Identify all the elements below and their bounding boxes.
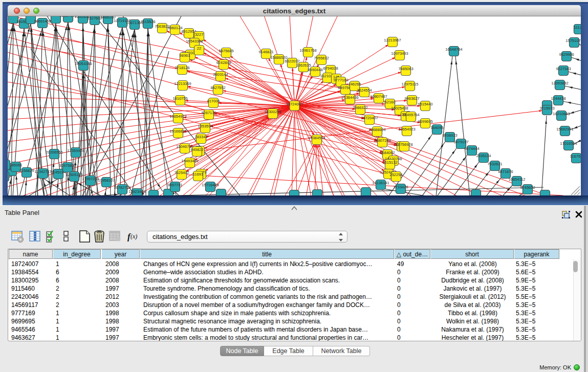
svg-text:9960124: 9960124: [167, 26, 182, 30]
svg-text:1362615: 1362615: [296, 63, 311, 68]
svg-text:2935114: 2935114: [476, 154, 491, 158]
svg-text:2718126: 2718126: [175, 65, 189, 70]
svg-text:10973493: 10973493: [391, 51, 408, 56]
svg-text:12505135: 12505135: [66, 172, 82, 177]
svg-text:10807487: 10807487: [370, 94, 387, 99]
svg-text:3227: 3227: [195, 32, 204, 37]
svg-text:20206556: 20206556: [46, 150, 62, 155]
svg-text:17359924: 17359924: [67, 148, 84, 153]
svg-text:12975115: 12975115: [402, 82, 419, 86]
svg-text:16648784: 16648784: [445, 47, 462, 52]
svg-text:8471676: 8471676: [498, 169, 513, 174]
svg-text:18495764: 18495764: [402, 113, 419, 117]
svg-text:9457791: 9457791: [167, 183, 182, 187]
svg-text:8427552: 8427552: [210, 85, 225, 90]
svg-text:11123: 11123: [574, 25, 581, 30]
svg-text:252254: 252254: [389, 172, 402, 177]
svg-text:98961: 98961: [180, 53, 190, 58]
svg-text:7625402: 7625402: [174, 170, 189, 175]
svg-text:(x): (x): [130, 233, 137, 240]
svg-text:12213369: 12213369: [174, 81, 191, 86]
svg-text:18807249: 18807249: [374, 138, 390, 143]
svg-text:12093832: 12093832: [551, 81, 568, 85]
svg-text:1527602: 1527602: [87, 16, 102, 20]
svg-text:21364436: 21364436: [341, 95, 358, 100]
svg-text:917006: 917006: [207, 99, 220, 103]
svg-text:5875685: 5875685: [219, 49, 233, 53]
svg-text:6794028: 6794028: [323, 66, 338, 71]
svg-text:949822: 949822: [190, 147, 203, 152]
svg-text:1615132: 1615132: [382, 160, 397, 165]
svg-text:164095: 164095: [430, 125, 443, 130]
svg-text:62160: 62160: [385, 100, 396, 104]
svg-text:11691: 11691: [193, 172, 203, 177]
svg-text:1353594: 1353594: [198, 124, 212, 128]
svg-text:28053346: 28053346: [75, 61, 92, 66]
svg-text:10025438: 10025438: [391, 106, 408, 111]
svg-text:9242848: 9242848: [216, 60, 231, 65]
svg-text:9146821: 9146821: [258, 50, 273, 54]
svg-text:7955812: 7955812: [314, 56, 329, 60]
svg-text:6466160: 6466160: [100, 16, 115, 19]
svg-text:9474444: 9474444: [464, 146, 479, 151]
svg-text:10961768: 10961768: [299, 48, 316, 53]
svg-text:9463627: 9463627: [404, 96, 419, 101]
svg-text:8938923: 8938923: [442, 133, 457, 138]
svg-text:14136141: 14136141: [372, 181, 389, 185]
svg-text:3215933: 3215933: [539, 106, 554, 111]
svg-text:485061: 485061: [9, 163, 22, 167]
svg-text:19493489: 19493489: [181, 159, 198, 163]
svg-text:15716485: 15716485: [202, 183, 219, 187]
svg-text:3624554: 3624554: [357, 88, 372, 93]
svg-text:15720407: 15720407: [361, 116, 378, 120]
svg-text:7485063: 7485063: [398, 67, 413, 71]
svg-text:9684067: 9684067: [380, 150, 395, 155]
svg-text:10688609: 10688609: [368, 127, 385, 132]
svg-text:11923448: 11923448: [129, 189, 146, 194]
svg-text:16543382: 16543382: [186, 39, 203, 43]
svg-text:1810755: 1810755: [172, 96, 187, 101]
svg-text:15692971: 15692971: [556, 127, 573, 132]
svg-text:19654923: 19654923: [169, 114, 186, 119]
svg-text:9329966: 9329966: [559, 52, 574, 57]
svg-text:746266: 746266: [348, 82, 361, 86]
svg-text:1244418: 1244418: [551, 96, 565, 101]
svg-text:22: 22: [197, 46, 201, 51]
svg-text:17016504: 17016504: [560, 141, 577, 146]
svg-text:10958107: 10958107: [98, 178, 115, 183]
svg-text:18724007: 18724007: [286, 102, 303, 106]
svg-text:6479197: 6479197: [453, 140, 468, 144]
svg-text:1733426: 1733426: [393, 185, 408, 189]
svg-text:15751074: 15751074: [565, 38, 581, 43]
svg-text:17957253: 17957253: [82, 177, 99, 181]
svg-text:19654923: 19654923: [398, 127, 415, 132]
svg-text:2803144: 2803144: [213, 72, 228, 77]
svg-text:30975857: 30975857: [59, 163, 76, 168]
svg-text:16210643: 16210643: [553, 112, 570, 116]
svg-text:7986322: 7986322: [353, 105, 367, 110]
svg-text:12342737: 12342737: [34, 169, 51, 174]
svg-text:9227343: 9227343: [556, 67, 571, 71]
svg-text:9699695: 9699695: [418, 119, 432, 124]
svg-text:12213967: 12213967: [384, 38, 401, 42]
svg-text:9515440: 9515440: [418, 102, 432, 106]
svg-text:7632621: 7632621: [487, 162, 502, 166]
svg-text:783342: 783342: [194, 135, 207, 139]
svg-text:10654112: 10654112: [509, 177, 526, 182]
svg-text:1156829: 1156829: [19, 168, 34, 173]
svg-text:116753: 116753: [570, 154, 581, 159]
svg-text:18300295: 18300295: [264, 110, 281, 114]
svg-text:19384554: 19384554: [308, 136, 325, 140]
svg-text:10756928: 10756928: [396, 142, 412, 147]
svg-text:9777169: 9777169: [333, 78, 348, 82]
svg-text:8267130: 8267130: [201, 111, 216, 115]
svg-text:7515526: 7515526: [140, 19, 155, 24]
svg-text:19166825: 19166825: [169, 129, 186, 134]
svg-text:9245652: 9245652: [520, 185, 535, 190]
svg-text:8990448: 8990448: [308, 68, 322, 72]
svg-text:20691406: 20691406: [34, 19, 51, 24]
